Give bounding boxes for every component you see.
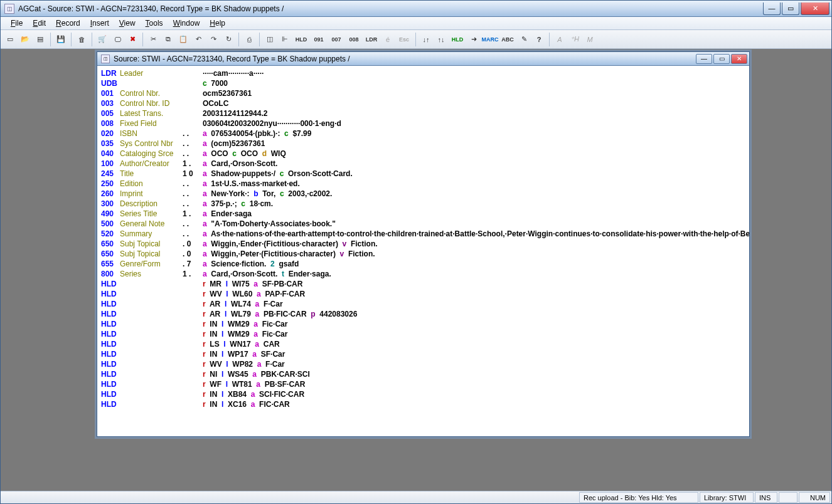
sort-down-icon[interactable]: ↓↑ xyxy=(419,33,433,46)
oo7-btn[interactable]: 007 xyxy=(328,33,344,46)
mdi-close-button[interactable]: ✕ xyxy=(731,54,747,64)
record-line-HLD[interactable]: HLDr MR l WI75 a SF·PB·CAR xyxy=(101,279,745,289)
record-line-300[interactable]: 300Description. .a 375·p.·; c 18·cm. xyxy=(101,199,745,209)
marc-data[interactable]: ocm52367361 xyxy=(203,88,745,98)
record-line-035[interactable]: 035Sys Control Nbr. .a (ocm)52367361 xyxy=(101,139,745,149)
record-line-001[interactable]: 001Control Nbr.ocm52367361 xyxy=(101,88,745,98)
marc-data[interactable]: r NI l WS45 a PBK·CAR·SCI xyxy=(203,369,745,379)
record-line-HLD[interactable]: HLDr WF l WT81 a PB·SF·CAR xyxy=(101,379,745,389)
oo8-btn[interactable]: 008 xyxy=(346,33,362,46)
marc-data[interactable]: r LS l WN17 a CAR xyxy=(203,339,745,349)
record-line-100[interactable]: 100Author/Creator1 .a Card,·Orson·Scott. xyxy=(101,159,745,169)
menu-edit[interactable]: Edit xyxy=(28,18,51,29)
marc-data[interactable]: a Card,·Orson·Scott. xyxy=(203,159,745,169)
marc-data[interactable]: r IN l WP17 a SF·Car xyxy=(203,349,745,359)
ruler-icon[interactable]: ⊩ xyxy=(278,33,292,46)
marc-data[interactable]: c 7000 xyxy=(203,78,745,88)
marc-data[interactable]: a "A·Tom·Doherty·Associates·book." xyxy=(203,219,745,229)
menu-window[interactable]: Window xyxy=(168,18,205,29)
undo-icon[interactable]: ↶ xyxy=(191,33,205,46)
record-line-020[interactable]: 020ISBN. .a 0765340054·(pbk.)·: c $7.99 xyxy=(101,129,745,139)
cut-icon[interactable]: ✂ xyxy=(146,33,160,46)
wand-icon[interactable]: ✎ xyxy=(517,33,531,46)
menu-insert[interactable]: Insert xyxy=(85,18,114,29)
marc-data[interactable]: r IN l WM29 a Fic·Car xyxy=(203,319,745,329)
mdi-maximize-button[interactable]: ▭ xyxy=(713,54,730,64)
repeat-icon[interactable]: ↻ xyxy=(221,33,235,46)
record-line-260[interactable]: 260Imprint. .a New·York·: b Tor, c 2003,… xyxy=(101,189,745,199)
marc-data[interactable]: r WF l WT81 a PB·SF·CAR xyxy=(203,379,745,389)
marc-data[interactable]: r WV l WP82 a F·Car xyxy=(203,359,745,369)
marc-data[interactable]: r IN l XB84 a SCI·FIC·CAR xyxy=(203,389,745,399)
record-line-650[interactable]: 650Subj Topical. 0a Wiggin,·Peter·(Ficti… xyxy=(101,249,745,259)
print-icon[interactable]: ⎙ xyxy=(242,33,256,46)
delete-icon[interactable]: ✖ xyxy=(125,33,139,46)
file-icon[interactable]: ▭ xyxy=(3,33,17,46)
marc-data[interactable]: r AR l WL74 a F·Car xyxy=(203,299,745,309)
marc-data[interactable]: r IN l XC16 a FIC·CAR xyxy=(203,399,745,409)
record-line-HLD[interactable]: HLDr IN l WM29 a Fic·Car xyxy=(101,329,745,339)
record-line-UDB[interactable]: UDBc 7000 xyxy=(101,78,745,88)
paste-icon[interactable]: 📋 xyxy=(176,33,190,46)
marc-data[interactable]: r AR l WL79 a PB·FIC·CAR p 442083026 xyxy=(203,309,745,319)
record-line-HLD[interactable]: HLDr IN l XB84 a SCI·FIC·CAR xyxy=(101,389,745,399)
monitor-icon[interactable]: 🖵 xyxy=(110,33,124,46)
record-line-250[interactable]: 250Edition. .a 1st·U.S.·mass·market·ed. xyxy=(101,179,745,189)
marc-data[interactable]: OCoLC xyxy=(203,98,745,108)
hld-btn[interactable]: HLD xyxy=(293,33,309,46)
record-line-500[interactable]: 500General Note. .a "A·Tom·Doherty·Assoc… xyxy=(101,219,745,229)
record-line-HLD[interactable]: HLDr IN l WP17 a SF·Car xyxy=(101,349,745,359)
trash-icon[interactable]: 🗑 xyxy=(75,33,88,46)
menu-tools[interactable]: Tools xyxy=(141,18,168,29)
record-line-HLD[interactable]: HLDr WV l WP82 a F·Car xyxy=(101,359,745,369)
marc-data[interactable]: a 0765340054·(pbk.)·: c $7.99 xyxy=(203,129,745,139)
record-line-040[interactable]: 040Cataloging Srce. .a OCO c OCO d WIQ xyxy=(101,149,745,159)
record-line-HLD[interactable]: HLDr NI l WS45 a PBK·CAR·SCI xyxy=(101,369,745,379)
menu-help[interactable]: Help xyxy=(205,18,230,29)
redo-icon[interactable]: ↷ xyxy=(206,33,220,46)
record-line-655[interactable]: 655Genre/Form. 7a Science·fiction. 2 gsa… xyxy=(101,259,745,269)
marc-data[interactable]: a 375·p.·; c 18·cm. xyxy=(203,199,745,209)
record-line-HLD[interactable]: HLDr IN l WM29 a Fic·Car xyxy=(101,319,745,329)
ldr-btn[interactable]: LDR xyxy=(363,33,380,46)
save-icon[interactable]: 💾 xyxy=(54,33,68,46)
sort-up-icon[interactable]: ↑↓ xyxy=(434,33,448,46)
record-line-HLD[interactable]: HLDr IN l XC16 a FIC·CAR xyxy=(101,399,745,409)
marc-data[interactable]: r MR l WI75 a SF·PB·CAR xyxy=(203,279,745,289)
menu-view[interactable]: View xyxy=(114,18,141,29)
menu-file[interactable]: File xyxy=(6,18,28,29)
marc-data[interactable]: r WV l WL60 a PAP·F·CAR xyxy=(203,289,745,299)
marc-data[interactable]: a OCO c OCO d WIQ xyxy=(203,149,745,159)
record-area[interactable]: LDRLeader·····cam··········a·····UDBc 70… xyxy=(97,66,749,436)
record-line-HLD[interactable]: HLDr AR l WL74 a F·Car xyxy=(101,299,745,309)
marc-data[interactable]: a Shadow·puppets·/ c Orson·Scott·Card. xyxy=(203,169,745,179)
record-line-HLD[interactable]: HLDr AR l WL79 a PB·FIC·CAR p 442083026 xyxy=(101,309,745,319)
mdi-minimize-button[interactable]: — xyxy=(696,54,712,64)
record-line-650[interactable]: 650Subj Topical. 0a Wiggin,·Ender·(Ficti… xyxy=(101,239,745,249)
record-line-008[interactable]: 008Fixed Field030604t20032002nyu········… xyxy=(101,118,745,129)
minimize-button[interactable]: — xyxy=(763,3,781,15)
help-icon[interactable]: ? xyxy=(532,33,546,46)
db-icon[interactable]: ▤ xyxy=(33,33,47,46)
close-button[interactable]: ✕ xyxy=(801,3,829,15)
maximize-button[interactable]: ▭ xyxy=(782,3,799,15)
menu-record[interactable]: Record xyxy=(51,18,85,29)
record-line-245[interactable]: 245Title1 0a Shadow·puppets·/ c Orson·Sc… xyxy=(101,169,745,179)
record-line-LDR[interactable]: LDRLeader·····cam··········a····· xyxy=(101,68,745,78)
record-line-800[interactable]: 800Series1 .a Card,·Orson·Scott. t Ender… xyxy=(101,269,745,279)
cart-icon[interactable]: 🛒 xyxy=(95,33,109,46)
marc-data[interactable]: a As·the·nations·of·the·earth·attempt·to… xyxy=(203,229,749,239)
record-line-HLD[interactable]: HLDr WV l WL60 a PAP·F·CAR xyxy=(101,289,745,299)
record-line-005[interactable]: 005Latest Trans.20031124112944.2 xyxy=(101,108,745,118)
marc-data[interactable]: a Wiggin,·Peter·(Fictitious·character) v… xyxy=(203,249,745,259)
record-line-520[interactable]: 520Summary. .a As·the·nations·of·the·ear… xyxy=(101,229,745,239)
marc-data[interactable]: a Science·fiction. 2 gsafd xyxy=(203,259,745,269)
marc-data[interactable]: a Card,·Orson·Scott. t Ender·saga. xyxy=(203,269,745,279)
marc-data[interactable]: ·····cam··········a····· xyxy=(203,68,745,78)
marc-btn[interactable]: MARC xyxy=(482,33,498,46)
hld2-btn[interactable]: HLD xyxy=(449,33,466,46)
marc-data[interactable]: a Ender·saga xyxy=(203,209,745,219)
open-icon[interactable]: 📂 xyxy=(18,33,32,46)
record-line-003[interactable]: 003Control Nbr. IDOCoLC xyxy=(101,98,745,108)
copy-icon[interactable]: ⧉ xyxy=(161,33,175,46)
